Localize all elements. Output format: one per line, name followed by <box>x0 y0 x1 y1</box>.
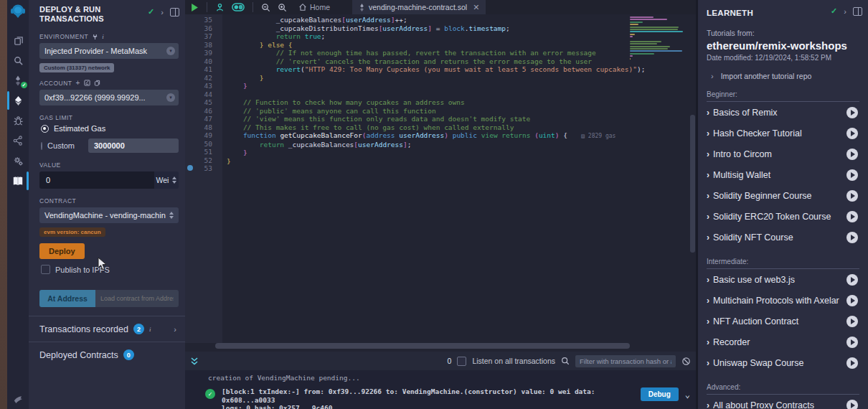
code-line[interactable] <box>227 165 696 174</box>
line-number[interactable]: 45 <box>185 98 212 107</box>
remix-logo-icon[interactable] <box>9 3 27 20</box>
pin-panel-icon[interactable] <box>853 7 862 16</box>
play-circle-icon[interactable] <box>846 337 858 348</box>
zoom-out-icon[interactable] <box>258 3 274 12</box>
deploy-button[interactable]: Deploy <box>39 243 85 259</box>
chevron-right-icon[interactable]: › <box>161 8 164 17</box>
sign-message-icon[interactable] <box>84 80 90 86</box>
tutorial-item[interactable]: ›Recorder <box>698 332 868 352</box>
line-number[interactable]: 37 <box>185 32 212 41</box>
transactions-recorded-row[interactable]: Transactions recorded 2 i › <box>29 316 185 334</box>
value-unit-select[interactable]: Wei <box>154 171 179 189</box>
line-number[interactable]: 46 <box>185 107 212 116</box>
account-caret-icon[interactable]: ▾ <box>166 93 175 102</box>
line-number[interactable]: 36 <box>185 24 212 33</box>
expand-terminal-icon[interactable] <box>190 357 199 365</box>
code-line[interactable]: _cupcakeDistributionTimes[userAddress] =… <box>227 24 696 33</box>
line-number[interactable]: 44 <box>185 90 212 99</box>
info-icon[interactable]: i <box>149 326 151 333</box>
tutorial-item[interactable]: ›Uniswap Swap Course <box>698 352 868 373</box>
tutorial-item[interactable]: ›Hash Checker Tutorial <box>698 123 868 144</box>
play-circle-icon[interactable] <box>846 149 858 160</box>
debug-button[interactable]: Debug <box>641 387 679 401</box>
play-circle-icon[interactable] <box>846 169 858 181</box>
plugin-manager-icon[interactable] <box>7 131 29 151</box>
walkthrough-icon[interactable] <box>212 3 228 12</box>
play-circle-icon[interactable] <box>846 211 858 222</box>
plug-icon[interactable] <box>92 34 98 40</box>
run-script-icon[interactable] <box>185 4 202 11</box>
custom-gas-input[interactable] <box>88 138 179 153</box>
line-number[interactable]: 50 <box>185 140 212 149</box>
tutorial-item[interactable]: ›Basics of Remix <box>698 102 868 123</box>
checkbox-icon[interactable] <box>41 265 50 274</box>
play-circle-icon[interactable] <box>846 274 858 286</box>
solidity-compiler-icon[interactable]: ✓ <box>7 70 29 90</box>
hand-icon[interactable] <box>7 389 29 409</box>
learneth-icon[interactable] <box>7 171 29 191</box>
info-icon[interactable]: i <box>102 33 104 40</box>
line-number[interactable]: 39 <box>185 49 212 57</box>
listen-checkbox[interactable] <box>457 357 466 366</box>
settings-icon[interactable] <box>7 151 29 171</box>
code-line[interactable] <box>227 90 696 99</box>
tutorial-item[interactable]: ›NFT Auction Contract <box>698 311 868 332</box>
code-line[interactable]: } <box>227 82 696 90</box>
vertical-scrollbar[interactable] <box>690 115 695 253</box>
tutorial-item[interactable]: ›Solidity ERC20 Token Course <box>698 206 868 227</box>
clear-console-icon[interactable] <box>681 357 691 366</box>
play-circle-icon[interactable] <box>846 295 858 306</box>
contract-select[interactable]: VendingMachine - vending-machin <box>39 207 179 223</box>
code-line[interactable]: // This makes it free to call (no gas co… <box>227 123 696 132</box>
tutorial-item[interactable]: ›Multichain Protocols with Axelar <box>698 290 868 311</box>
line-number[interactable]: 48 <box>185 123 212 132</box>
code-lines[interactable]: _cupcakeBalances[userAddress]++; _cupcak… <box>222 14 696 343</box>
code-line[interactable]: function getCupcakeBalanceFor(address us… <box>227 131 696 141</box>
code-line[interactable]: return true; <box>227 32 696 41</box>
zoom-in-icon[interactable] <box>274 3 291 12</box>
code-line[interactable]: } <box>227 157 696 166</box>
ai-copilot-toggle[interactable] <box>228 3 248 11</box>
environment-select[interactable]: Injected Provider - MetaMask ▾ <box>39 43 179 59</box>
line-number[interactable]: 52 <box>185 156 212 165</box>
stepper-icon[interactable] <box>172 177 176 184</box>
play-circle-icon[interactable] <box>846 316 858 327</box>
file-explorer-icon[interactable] <box>7 30 29 50</box>
breakpoint-dot[interactable] <box>187 165 193 171</box>
code-line[interactable]: // 'public' means anyone can call this f… <box>227 107 696 116</box>
file-tab[interactable]: vending-machine-contract.sol ✕ <box>352 0 486 14</box>
play-circle-icon[interactable] <box>846 232 858 243</box>
horizontal-scrollbar[interactable] <box>215 343 630 349</box>
search-icon[interactable] <box>561 357 570 365</box>
code-line[interactable]: } <box>227 74 696 83</box>
at-address-input[interactable] <box>95 290 179 307</box>
copy-icon[interactable] <box>94 80 100 86</box>
line-number[interactable]: 40 <box>185 57 212 66</box>
account-select[interactable]: 0xf39...92266 (9999.99929... ▾ <box>39 90 179 105</box>
deploy-run-icon[interactable] <box>7 90 29 111</box>
line-number[interactable]: 43 <box>185 82 212 90</box>
line-number[interactable]: 51 <box>185 148 212 156</box>
debugger-icon[interactable] <box>7 111 29 131</box>
code-editor[interactable]: 35363738394041424344454647484950515253 _… <box>185 14 696 343</box>
line-number[interactable]: 42 <box>185 74 212 83</box>
code-line[interactable]: return _cupcakeBalances[userAddress]; <box>227 141 696 149</box>
line-number[interactable]: 38 <box>185 41 212 50</box>
search-icon[interactable] <box>7 50 29 70</box>
filter-input[interactable] <box>575 355 676 367</box>
at-address-button[interactable]: At Address <box>39 290 95 307</box>
radio-unselected-icon[interactable] <box>41 142 42 150</box>
line-number[interactable]: 47 <box>185 115 212 123</box>
minimap[interactable] <box>630 17 686 81</box>
custom-gas-option[interactable]: Custom <box>41 138 179 153</box>
code-line[interactable]: } else { <box>227 41 696 50</box>
chevron-right-icon[interactable]: › <box>844 7 846 16</box>
play-circle-icon[interactable] <box>846 107 858 118</box>
pin-panel-icon[interactable] <box>170 8 179 17</box>
import-repo-row[interactable]: › Import another tutorial repo <box>698 62 868 80</box>
close-tab-icon[interactable]: ✕ <box>473 3 479 12</box>
line-number[interactable]: 41 <box>185 65 212 74</box>
chevron-right-icon[interactable]: › <box>174 325 176 334</box>
line-number[interactable]: 35 <box>185 16 212 24</box>
environment-caret-icon[interactable]: ▾ <box>166 47 175 55</box>
